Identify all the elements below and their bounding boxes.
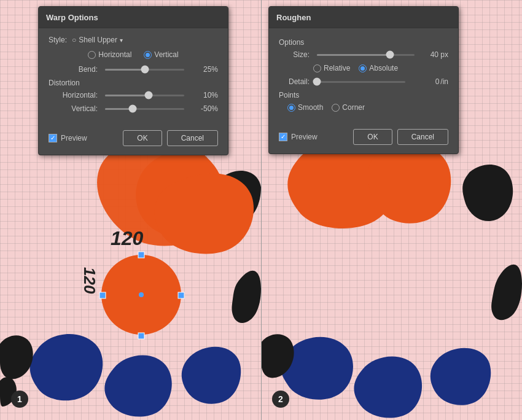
vert-thumb[interactable] (129, 105, 137, 113)
roughen-preview-check-icon[interactable] (279, 133, 287, 141)
warp-options-dialog: Warp Options Style: ○ Shell Upper ▾ Hori… (38, 6, 228, 155)
roughen-preview-checkbox[interactable]: Preview (279, 133, 347, 141)
size-row: Size: 40 px (279, 50, 448, 59)
size-track (317, 54, 415, 56)
vert-distortion-label: Vertical: (49, 104, 98, 113)
smooth-radio-item[interactable]: Smooth (287, 103, 323, 112)
roughen-dialog-title: Roughen (276, 13, 311, 22)
warp-dialog-footer: Preview OK Cancel (39, 126, 228, 155)
size-fill (317, 54, 390, 56)
roughen-dialog-titlebar: Roughen (269, 7, 458, 28)
roughen-footer-left: Preview (279, 133, 347, 141)
detail-label: Detail: (279, 77, 310, 86)
svg-rect-2 (178, 292, 184, 298)
horizontal-radio[interactable] (88, 51, 96, 59)
size-mode-row: Relative Absolute (313, 64, 448, 72)
svg-point-5 (139, 292, 144, 297)
warp-cancel-button[interactable]: Cancel (167, 130, 218, 146)
style-dropdown[interactable]: Shell Upper ▾ (79, 36, 123, 44)
size-label: Size: (279, 50, 310, 59)
warp-footer-left: Preview (49, 134, 117, 142)
warp-dialog-title: Warp Options (46, 13, 98, 22)
roughen-cancel-button[interactable]: Cancel (397, 129, 448, 145)
warp-dialog-titlebar: Warp Options (39, 7, 228, 28)
canvas-divider (261, 0, 262, 420)
warp-footer-buttons: OK Cancel (123, 130, 218, 146)
style-label: Style: (49, 36, 67, 44)
orientation-horizontal[interactable]: Horizontal (88, 50, 131, 59)
vert-track (105, 108, 184, 110)
style-row: Style: ○ Shell Upper ▾ (49, 36, 218, 44)
roughen-preview-label: Preview (291, 133, 317, 141)
vert-distortion-slider[interactable] (103, 108, 187, 110)
points-label: Points (279, 91, 448, 99)
horizontal-label: Horizontal (98, 50, 131, 59)
horiz-fill (105, 95, 149, 96)
style-value: Shell Upper (79, 36, 117, 44)
horiz-distortion-slider[interactable] (103, 95, 187, 96)
warp-dialog-body: Style: ○ Shell Upper ▾ Horizontal Vertic… (39, 28, 228, 126)
warp-preview-checkbox[interactable]: Preview (49, 134, 117, 142)
corner-radio[interactable] (332, 104, 340, 112)
detail-slider[interactable] (314, 81, 408, 83)
warp-preview-check-icon[interactable] (49, 134, 57, 142)
smooth-radio[interactable] (287, 104, 295, 112)
orientation-row: Horizontal Vertical (49, 50, 218, 59)
detail-track (317, 81, 405, 83)
svg-rect-1 (99, 292, 106, 298)
relative-radio[interactable] (313, 64, 321, 72)
style-radio-icon: ○ (72, 36, 76, 44)
roughen-dialog-body: Options Size: 40 px Relative Absolute (269, 28, 458, 125)
bend-thumb[interactable] (141, 66, 149, 74)
warp-preview-label: Preview (61, 134, 87, 142)
horiz-thumb[interactable] (144, 91, 152, 99)
relative-label: Relative (324, 64, 350, 72)
detail-value: 0 (411, 77, 439, 86)
bend-track (105, 69, 184, 71)
relative-radio-item[interactable]: Relative (313, 64, 350, 72)
bend-slider[interactable] (103, 69, 187, 71)
roughen-dialog-footer: Preview OK Cancel (269, 125, 458, 154)
vert-distortion-row: Vertical: -50% (49, 104, 218, 113)
roughen-footer-buttons: OK Cancel (353, 129, 448, 145)
detail-thumb[interactable] (313, 78, 321, 86)
size-thumb[interactable] (386, 51, 394, 59)
canvas-text-120-h: 120 (111, 227, 143, 250)
vert-distortion-value: -50% (190, 104, 218, 113)
absolute-radio[interactable] (359, 64, 367, 72)
corner-radio-item[interactable]: Corner (332, 103, 365, 112)
horiz-distortion-row: Horizontal: 10% (49, 91, 218, 99)
bend-row: Bend: 25% (49, 65, 218, 74)
size-value: 40 px (421, 50, 448, 59)
badge-1: 1 (11, 391, 28, 408)
style-dropdown-arrow: ▾ (120, 37, 123, 44)
horiz-track (105, 95, 184, 96)
svg-rect-3 (138, 252, 144, 258)
roughen-ok-button[interactable]: OK (353, 129, 392, 145)
bend-fill (105, 69, 145, 71)
canvas-text-120-v: 120 (80, 267, 99, 294)
detail-unit: /in (440, 77, 448, 86)
bend-value: 25% (190, 65, 218, 74)
horiz-distortion-value: 10% (190, 91, 218, 99)
warp-ok-button[interactable]: OK (123, 130, 162, 146)
roughen-dialog: Roughen Options Size: 40 px Relative (268, 6, 459, 154)
orientation-vertical[interactable]: Vertical (144, 50, 178, 59)
detail-row: Detail: 0 /in (279, 77, 448, 86)
smooth-label: Smooth (298, 103, 323, 112)
distortion-label: Distortion (49, 79, 218, 87)
badge-2: 2 (272, 391, 289, 408)
absolute-label: Absolute (369, 64, 398, 72)
absolute-radio-item[interactable]: Absolute (359, 64, 398, 72)
corner-label: Corner (342, 103, 365, 112)
roughen-options-label: Options (279, 38, 448, 47)
vertical-radio[interactable] (144, 51, 152, 59)
bend-label: Bend: (49, 65, 98, 74)
svg-rect-4 (138, 333, 144, 339)
horiz-distortion-label: Horizontal: (49, 91, 98, 99)
vertical-label: Vertical (154, 50, 178, 59)
points-row: Smooth Corner (287, 103, 448, 112)
size-slider[interactable] (314, 54, 417, 56)
